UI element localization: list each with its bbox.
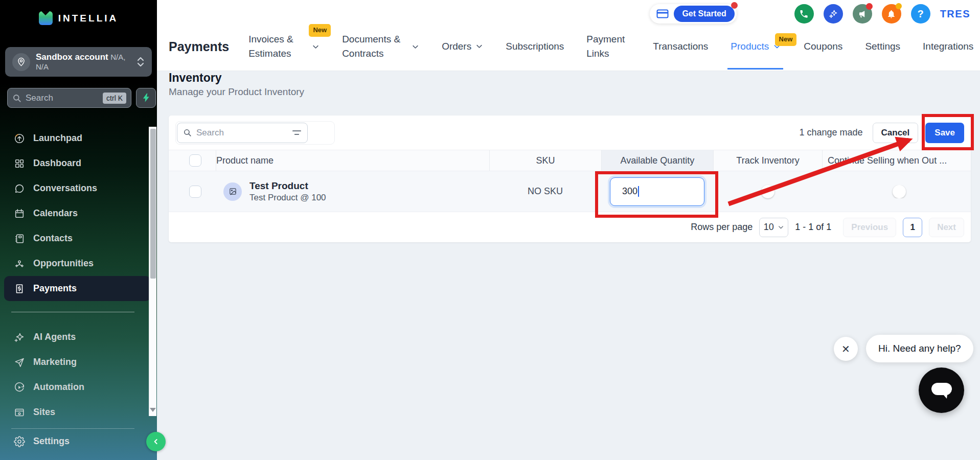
sidebar-item-payments[interactable]: Payments bbox=[4, 276, 151, 301]
tab-documents-contracts[interactable]: Documents & Contracts bbox=[342, 32, 419, 60]
tab-coupons[interactable]: Coupons bbox=[804, 39, 842, 54]
select-all-checkbox[interactable] bbox=[189, 154, 201, 167]
search-icon bbox=[183, 128, 192, 137]
track-inventory-toggle[interactable] bbox=[761, 185, 774, 198]
page-number-button[interactable]: 1 bbox=[903, 218, 922, 237]
cancel-button[interactable]: Cancel bbox=[873, 123, 919, 143]
sidebar-item-automation[interactable]: Automation bbox=[0, 375, 157, 400]
tab-transactions[interactable]: Transactions bbox=[653, 39, 708, 54]
keyboard-shortcut-badge: ctrl K bbox=[103, 93, 126, 104]
brand-logo: TRES bbox=[940, 8, 970, 20]
tab-subscriptions[interactable]: Subscriptions bbox=[506, 39, 564, 54]
available-quantity-input[interactable]: 300 bbox=[610, 177, 704, 206]
gear-icon bbox=[14, 436, 25, 447]
rows-per-page-select[interactable]: 10 bbox=[759, 218, 788, 237]
contacts-book-icon bbox=[14, 233, 25, 244]
search-icon bbox=[12, 94, 21, 103]
account-switcher[interactable]: Sandbox account N/A, N/A bbox=[5, 47, 152, 77]
tab-payment-links[interactable]: Payment Links bbox=[586, 32, 630, 60]
chevron-up-down-icon bbox=[136, 56, 145, 67]
sidebar-item-sites[interactable]: Sites bbox=[0, 400, 157, 425]
chat-launcher-button[interactable] bbox=[919, 367, 964, 413]
sidebar-item-dashboard[interactable]: Dashboard bbox=[0, 151, 157, 176]
row-checkbox[interactable] bbox=[189, 186, 201, 198]
inventory-card: 1 change made Cancel Save Product name S… bbox=[169, 116, 971, 242]
column-header-continue-selling: Continue Selling when Out ... bbox=[822, 150, 971, 171]
previous-page-button[interactable]: Previous bbox=[843, 218, 896, 237]
inventory-toolbar: 1 change made Cancel Save bbox=[169, 116, 971, 150]
phone-button[interactable] bbox=[794, 4, 814, 24]
sidebar-item-marketing[interactable]: Marketing bbox=[0, 350, 157, 375]
next-page-button[interactable]: Next bbox=[929, 218, 964, 237]
get-started-container[interactable]: Get Started bbox=[650, 4, 736, 24]
sidebar-item-launchpad[interactable]: Launchpad bbox=[0, 126, 157, 151]
chat-bubble-icon bbox=[14, 183, 25, 194]
sidebar: INTELLIA Sandbox account N/A, N/A ctrl K bbox=[0, 0, 157, 460]
dashboard-icon bbox=[14, 158, 25, 169]
table-row: Test Product Test Product @ 100 NO SKU 3… bbox=[169, 171, 971, 212]
sidebar-item-calendars[interactable]: Calendars bbox=[0, 201, 157, 226]
sidebar-item-contacts[interactable]: Contacts bbox=[0, 226, 157, 251]
sidebar-collapse-button[interactable] bbox=[146, 432, 166, 451]
sidebar-scroll-down-arrow[interactable] bbox=[149, 407, 156, 413]
tab-invoices-estimates[interactable]: Invoices & Estimates New bbox=[248, 32, 320, 60]
sidebar-item-settings[interactable]: Settings bbox=[0, 429, 157, 454]
sidebar-scrollbar-thumb[interactable] bbox=[150, 129, 156, 279]
launchpad-icon bbox=[14, 133, 25, 144]
chat-greeting-bubble[interactable]: Hi. Need any help? bbox=[866, 335, 973, 362]
table-header-row: Product name SKU Available Quantity Trac… bbox=[169, 150, 971, 171]
chevron-down-icon bbox=[475, 42, 483, 50]
sidebar-nav: Launchpad Dashboard Conversations Calend… bbox=[0, 126, 157, 425]
sidebar-item-opportunities[interactable]: Opportunities bbox=[0, 251, 157, 276]
chat-bubble-icon bbox=[930, 382, 953, 399]
new-badge: New bbox=[309, 24, 331, 37]
tab-orders[interactable]: Orders bbox=[442, 39, 483, 54]
notification-dot bbox=[731, 2, 738, 9]
rows-per-page-label: Rows per page bbox=[691, 222, 753, 233]
topbar: Get Started ? TRES Payments Invoices & E… bbox=[157, 0, 980, 71]
tab-integrations[interactable]: Integrations bbox=[923, 39, 973, 54]
table-search-container bbox=[175, 121, 335, 145]
lightning-bolt-icon bbox=[142, 93, 150, 103]
active-tab-underline bbox=[727, 68, 783, 70]
continue-selling-toggle[interactable] bbox=[893, 185, 906, 198]
sidebar-search[interactable]: ctrl K bbox=[7, 88, 131, 108]
location-pin-icon bbox=[12, 53, 30, 71]
image-icon bbox=[229, 188, 237, 195]
new-badge: New bbox=[775, 33, 797, 46]
text-caret bbox=[638, 186, 639, 197]
sidebar-item-ai-agents[interactable]: AI Agents bbox=[0, 325, 157, 350]
credit-card-icon bbox=[656, 9, 669, 19]
announcements-button[interactable] bbox=[853, 4, 872, 24]
calendar-icon bbox=[14, 208, 25, 219]
opportunities-icon bbox=[14, 258, 25, 269]
get-started-button[interactable]: Get Started bbox=[674, 6, 734, 22]
table-search-input[interactable] bbox=[196, 128, 287, 138]
tab-settings[interactable]: Settings bbox=[865, 39, 900, 54]
chevron-down-icon bbox=[412, 43, 419, 51]
close-icon: ✕ bbox=[841, 343, 850, 355]
payments-receipt-icon bbox=[14, 283, 25, 294]
sidebar-search-input[interactable] bbox=[26, 93, 99, 103]
product-avatar bbox=[223, 182, 242, 201]
filter-lines-icon[interactable] bbox=[292, 129, 302, 136]
chevron-left-icon bbox=[152, 438, 160, 446]
ai-assistant-button[interactable] bbox=[824, 4, 843, 24]
sites-window-icon bbox=[14, 407, 25, 418]
app-logo-icon bbox=[39, 11, 53, 25]
save-button[interactable]: Save bbox=[925, 123, 964, 143]
available-quantity-value: 300 bbox=[622, 186, 637, 197]
help-button[interactable]: ? bbox=[911, 4, 930, 24]
sidebar-item-conversations[interactable]: Conversations bbox=[0, 176, 157, 201]
column-header-available-quantity: Available Quantity bbox=[601, 150, 713, 171]
tab-products[interactable]: Products New bbox=[731, 39, 781, 54]
sku-value: NO SKU bbox=[489, 186, 601, 197]
table-search[interactable] bbox=[177, 123, 308, 143]
chat-dismiss-button[interactable]: ✕ bbox=[834, 337, 858, 361]
ai-sparkle-icon bbox=[14, 332, 25, 343]
product-description: Test Product @ 100 bbox=[249, 193, 326, 203]
notifications-button[interactable] bbox=[882, 4, 901, 24]
page-title: Inventory bbox=[169, 71, 222, 85]
chevron-down-icon bbox=[312, 43, 320, 51]
quick-actions-button[interactable] bbox=[136, 88, 156, 108]
